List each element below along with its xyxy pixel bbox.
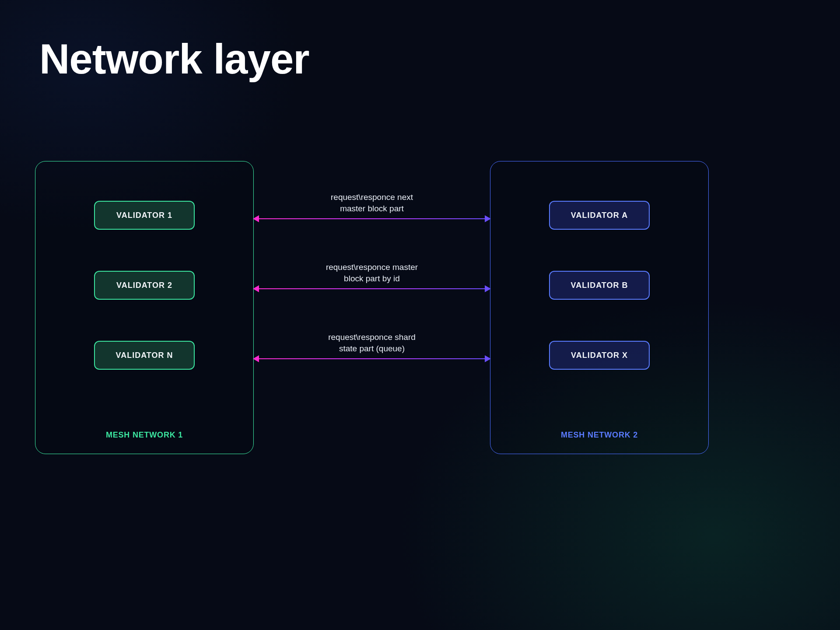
connection-region: request\responce next master block part … [254, 161, 490, 454]
connection-item: request\responce shard state part (queue… [254, 332, 490, 359]
validator-column-left: VALIDATOR 1 VALIDATOR 2 VALIDATOR N [35, 201, 253, 370]
connection-label-line: request\responce shard [328, 332, 416, 342]
connection-label: request\responce shard state part (queue… [254, 332, 490, 354]
validator-node: VALIDATOR X [549, 341, 650, 370]
validator-node: VALIDATOR B [549, 271, 650, 300]
connection-label-line: request\responce master [326, 262, 418, 272]
validator-node: VALIDATOR A [549, 201, 650, 230]
validator-column-right: VALIDATOR A VALIDATOR B VALIDATOR X [490, 201, 708, 370]
connection-label-line: master block part [340, 204, 404, 213]
mesh-network-label: MESH NETWORK 1 [35, 430, 253, 440]
connection-item: request\responce next master block part [254, 192, 490, 219]
bidirectional-arrow-icon [254, 358, 490, 359]
connection-label-line: block part by id [344, 274, 400, 283]
connection-label: request\responce master block part by id [254, 262, 490, 284]
validator-node: VALIDATOR N [94, 341, 195, 370]
connection-item: request\responce master block part by id [254, 262, 490, 289]
mesh-network-label: MESH NETWORK 2 [490, 430, 708, 440]
validator-node: VALIDATOR 1 [94, 201, 195, 230]
validator-node: VALIDATOR 2 [94, 271, 195, 300]
mesh-network-left: VALIDATOR 1 VALIDATOR 2 VALIDATOR N MESH… [35, 161, 254, 454]
connection-label: request\responce next master block part [254, 192, 490, 214]
connection-label-line: request\responce next [331, 192, 413, 202]
mesh-network-right: VALIDATOR A VALIDATOR B VALIDATOR X MESH… [490, 161, 709, 454]
page-title: Network layer [39, 35, 309, 83]
bidirectional-arrow-icon [254, 218, 490, 219]
bidirectional-arrow-icon [254, 288, 490, 289]
connection-label-line: state part (queue) [339, 344, 405, 353]
